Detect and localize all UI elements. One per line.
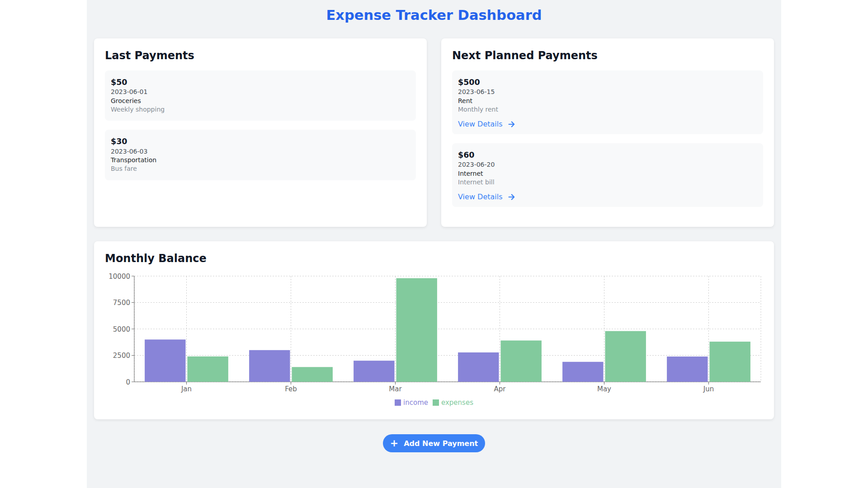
bar-expenses-Apr[interactable] — [501, 341, 542, 382]
payment-item-transportation: $30 2023-06-03 Transportation Bus fare — [105, 130, 416, 180]
legend-item-income[interactable]: income — [395, 399, 428, 407]
y-tick-label: 2500 — [113, 352, 130, 360]
legend-item-expenses[interactable]: expenses — [433, 399, 473, 407]
payment-category: Transportation — [111, 157, 410, 164]
monthly-balance-card: Monthly Balance 025005000750010000JanFeb… — [94, 241, 774, 419]
page-title: Expense Tracker Dashboard — [87, 8, 781, 23]
x-tick-label-May: May — [597, 385, 611, 393]
payment-item-groceries: $50 2023-06-01 Groceries Weekly shopping — [105, 70, 416, 121]
bar-income-Feb[interactable] — [249, 350, 290, 382]
y-tick-label: 10000 — [108, 273, 130, 281]
payment-amount: $500 — [458, 78, 757, 87]
payment-description: Weekly shopping — [111, 106, 410, 113]
y-tick-label: 5000 — [113, 325, 130, 333]
bar-income-Jun[interactable] — [667, 357, 708, 382]
view-details-link-internet[interactable]: View Details — [458, 193, 757, 201]
bar-expenses-Feb[interactable] — [292, 367, 333, 382]
payment-amount: $60 — [458, 151, 757, 160]
x-tick-label-Feb: Feb — [285, 385, 297, 393]
bar-expenses-Jun[interactable] — [710, 342, 750, 382]
x-tick-label-Jan: Jan — [181, 385, 192, 393]
x-tick-label-Mar: Mar — [389, 385, 402, 393]
view-details-link-rent[interactable]: View Details — [458, 120, 757, 128]
payment-category: Internet — [458, 170, 757, 177]
add-new-payment-button[interactable]: + Add New Payment — [383, 434, 485, 452]
cards-row: Last Payments $50 2023-06-01 Groceries W… — [87, 31, 781, 234]
x-tick-label-Jun: Jun — [703, 385, 714, 393]
payment-description: Internet bill — [458, 179, 757, 186]
bar-expenses-Jan[interactable] — [188, 357, 228, 382]
monthly-balance-chart: 025005000750010000JanFebMarAprMayJun — [105, 273, 763, 395]
payment-date: 2023-06-20 — [458, 161, 757, 168]
bar-income-Mar[interactable] — [354, 361, 394, 382]
bar-income-Jan[interactable] — [145, 340, 185, 382]
app-container: Expense Tracker Dashboard Last Payments … — [87, 0, 781, 488]
legend-swatch-income — [395, 399, 401, 406]
arrow-right-icon — [508, 193, 515, 201]
payment-date: 2023-06-03 — [111, 148, 410, 155]
legend-label-income: income — [403, 399, 428, 407]
last-payments-card: Last Payments $50 2023-06-01 Groceries W… — [94, 38, 427, 227]
payment-description: Bus fare — [111, 165, 410, 172]
last-payments-heading: Last Payments — [105, 50, 416, 61]
payment-date: 2023-06-01 — [111, 89, 410, 95]
bar-income-Apr[interactable] — [458, 352, 499, 382]
y-tick-label: 0 — [126, 378, 130, 386]
payment-amount: $30 — [111, 137, 410, 146]
chart-legend: income expenses — [105, 398, 763, 408]
monthly-balance-heading: Monthly Balance — [105, 253, 763, 264]
bar-income-May[interactable] — [562, 362, 603, 382]
y-tick-label: 7500 — [113, 299, 130, 307]
x-tick-label-Apr: Apr — [494, 385, 506, 393]
planned-payment-item-internet: $60 2023-06-20 Internet Internet bill Vi… — [452, 143, 763, 207]
bar-expenses-May[interactable] — [605, 331, 646, 382]
view-details-label: View Details — [458, 120, 503, 128]
legend-swatch-expenses — [433, 399, 439, 406]
view-details-label: View Details — [458, 193, 503, 201]
plus-icon: + — [390, 438, 398, 448]
payment-date: 2023-06-15 — [458, 89, 757, 95]
next-planned-payments-heading: Next Planned Payments — [452, 50, 763, 61]
payment-description: Monthly rent — [458, 106, 757, 113]
add-new-payment-label: Add New Payment — [404, 439, 478, 448]
button-row: + Add New Payment — [87, 434, 781, 452]
payment-category: Rent — [458, 98, 757, 104]
payment-amount: $50 — [111, 78, 410, 87]
arrow-right-icon — [508, 121, 515, 128]
bar-expenses-Mar[interactable] — [396, 278, 437, 382]
planned-payment-item-rent: $500 2023-06-15 Rent Monthly rent View D… — [452, 70, 763, 134]
payment-category: Groceries — [111, 98, 410, 104]
legend-label-expenses: expenses — [441, 399, 473, 407]
next-planned-payments-card: Next Planned Payments $500 2023-06-15 Re… — [441, 38, 774, 227]
